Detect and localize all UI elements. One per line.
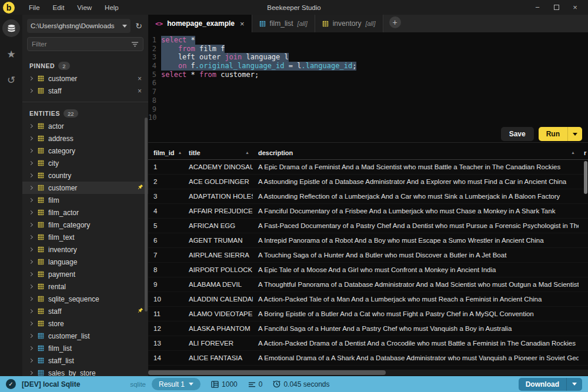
chevron-right-icon[interactable] (29, 235, 33, 239)
chevron-right-icon[interactable] (29, 198, 33, 202)
column-header-title[interactable]: title▲ (183, 146, 253, 159)
star-icon[interactable]: ★ (2, 45, 20, 63)
chevron-right-icon[interactable] (29, 371, 33, 375)
entity-item-film_actor[interactable]: film_actor (22, 206, 148, 219)
chevron-right-icon[interactable] (29, 309, 33, 313)
results-body[interactable]: 1ACADEMY DINOSAURA Epic Drama of a Femin… (148, 160, 588, 370)
entity-item-payment[interactable]: payment (22, 268, 148, 280)
table-row[interactable]: 1ACADEMY DINOSAURA Epic Drama of a Femin… (148, 160, 588, 175)
chevron-right-icon[interactable] (29, 297, 33, 301)
download-button[interactable]: Download (519, 378, 582, 391)
pinned-item-customer[interactable]: customer× (22, 72, 148, 85)
entity-item-film[interactable]: film (22, 194, 148, 206)
menu-help[interactable]: Help (99, 2, 125, 13)
sort-arrow-icon[interactable]: ▲ (174, 150, 182, 155)
entity-item-film_text[interactable]: film_text (22, 231, 148, 243)
chevron-right-icon[interactable] (29, 334, 33, 338)
close-icon[interactable]: × (240, 19, 245, 28)
table-row[interactable]: 2ACE GOLDFINGERA Astounding Epistle of a… (148, 175, 588, 189)
chevron-right-icon[interactable] (29, 210, 33, 215)
connection-select[interactable]: C:\Users\ghstng\Downloads (27, 19, 131, 33)
close-button[interactable]: × (567, 2, 583, 14)
entity-item-rental[interactable]: rental (22, 280, 148, 293)
filter-input[interactable] (32, 41, 131, 48)
pin-icon[interactable] (137, 184, 143, 192)
pinned-section-header[interactable]: PINNED 2 (22, 56, 148, 72)
chevron-right-icon[interactable] (29, 359, 33, 363)
table-row[interactable]: 6AGENT TRUMANA Intrepid Panorama of a Ro… (148, 233, 588, 248)
maximize-button[interactable] (548, 2, 564, 14)
chevron-right-icon[interactable] (29, 346, 33, 350)
tab-homepage_example[interactable]: <>homepage_example× (148, 15, 252, 32)
table-row[interactable]: 13ALI FOREVERA Action-Packed Drama of a … (148, 336, 588, 351)
chevron-right-icon[interactable] (29, 76, 33, 81)
entity-item-store[interactable]: store (22, 317, 148, 330)
unpin-icon[interactable]: × (136, 87, 143, 95)
refresh-icon[interactable]: ↻ (134, 21, 143, 31)
sidebar-scrollbar[interactable] (145, 118, 148, 311)
pinned-item-staff[interactable]: staff× (22, 85, 148, 97)
table-row[interactable]: 7AIRPLANE SIERRAA Touching Saga of a Hun… (148, 248, 588, 263)
table-row[interactable]: 15ALIEN CENTERA Brilliant Drama of a Cat… (148, 366, 588, 370)
download-options-caret[interactable] (567, 383, 582, 386)
chevron-right-icon[interactable] (29, 272, 33, 276)
entity-item-sales_by_store[interactable]: sales_by_store (22, 367, 148, 376)
table-row[interactable]: 5AFRICAN EGGA Fast-Paced Documentary of … (148, 219, 588, 233)
run-options-caret[interactable] (568, 133, 582, 136)
new-tab-button[interactable]: + (389, 16, 401, 28)
chevron-right-icon[interactable] (29, 136, 33, 140)
tab-inventory[interactable]: inventory[all] (315, 15, 383, 32)
entity-item-staff_list[interactable]: staff_list (22, 354, 148, 367)
scrollbar-thumb[interactable] (148, 370, 386, 375)
run-button[interactable]: Run (539, 127, 582, 141)
column-header-description[interactable]: description▲ (253, 146, 579, 159)
chevron-right-icon[interactable] (29, 186, 33, 190)
sql-editor[interactable]: 1select *2 from film f3 left outer join … (148, 32, 588, 143)
entity-item-city[interactable]: city (22, 157, 148, 169)
chevron-right-icon[interactable] (29, 89, 33, 93)
entity-item-country[interactable]: country (22, 169, 148, 182)
chevron-right-icon[interactable] (29, 247, 33, 252)
entity-item-language[interactable]: language (22, 256, 148, 268)
column-header-film_id[interactable]: film_id▲ (148, 146, 183, 159)
entity-item-film_category[interactable]: film_category (22, 219, 148, 231)
tab-film_list[interactable]: film_list[all] (252, 15, 315, 32)
entity-item-actor[interactable]: actor (22, 120, 148, 132)
pin-icon[interactable] (137, 307, 143, 316)
save-button[interactable]: Save (501, 127, 534, 141)
menu-view[interactable]: View (71, 2, 98, 13)
chevron-right-icon[interactable] (29, 149, 33, 153)
entity-item-customer[interactable]: customer (22, 182, 148, 194)
filter-icon[interactable] (131, 41, 139, 47)
entity-item-film_list[interactable]: film_list (22, 342, 148, 354)
entity-item-sqlite_sequence[interactable]: sqlite_sequence (22, 293, 148, 305)
table-row[interactable]: 14ALICE FANTASIAA Emotional Drama of a A… (148, 351, 588, 366)
chevron-right-icon[interactable] (29, 161, 33, 165)
entity-item-customer_list[interactable]: customer_list (22, 330, 148, 342)
minimize-button[interactable]: − (529, 2, 546, 14)
table-row[interactable]: 10ALADDIN CALENDARA Action-Packed Tale o… (148, 292, 588, 307)
chevron-right-icon[interactable] (29, 223, 33, 227)
table-row[interactable]: 4AFFAIR PREJUDICEA Fanciful Documentary … (148, 204, 588, 219)
chevron-right-icon[interactable] (29, 284, 33, 289)
chevron-right-icon[interactable] (29, 321, 33, 326)
sort-arrow-icon[interactable]: ▲ (567, 150, 575, 155)
database-icon[interactable] (2, 19, 20, 37)
results-vertical-scrollbar[interactable] (584, 161, 587, 194)
result-selector[interactable]: Result 1 (152, 378, 201, 390)
entities-section-header[interactable]: ENTITIES 22 (22, 102, 148, 120)
table-row[interactable]: 3ADAPTATION HOLESA Astounding Reflection… (148, 189, 588, 204)
chevron-right-icon[interactable] (29, 173, 33, 177)
table-row[interactable]: 8AIRPORT POLLOCKA Epic Tale of a Moose A… (148, 263, 588, 277)
results-horizontal-scrollbar[interactable] (148, 370, 588, 376)
chevron-right-icon[interactable] (29, 124, 33, 128)
chevron-right-icon[interactable] (29, 260, 33, 264)
entity-item-category[interactable]: category (22, 145, 148, 157)
table-row[interactable]: 9ALABAMA DEVILA Thoughtful Panorama of a… (148, 277, 588, 292)
table-row[interactable]: 12ALASKA PHANTOMA Fanciful Saga of a Hun… (148, 321, 588, 336)
column-header-r[interactable]: r (579, 146, 588, 159)
menu-edit[interactable]: Edit (47, 2, 71, 13)
table-row[interactable]: 11ALAMO VIDEOTAPEA Boring Epistle of a B… (148, 307, 588, 321)
entity-item-inventory[interactable]: inventory (22, 243, 148, 256)
unpin-icon[interactable]: × (136, 75, 143, 83)
